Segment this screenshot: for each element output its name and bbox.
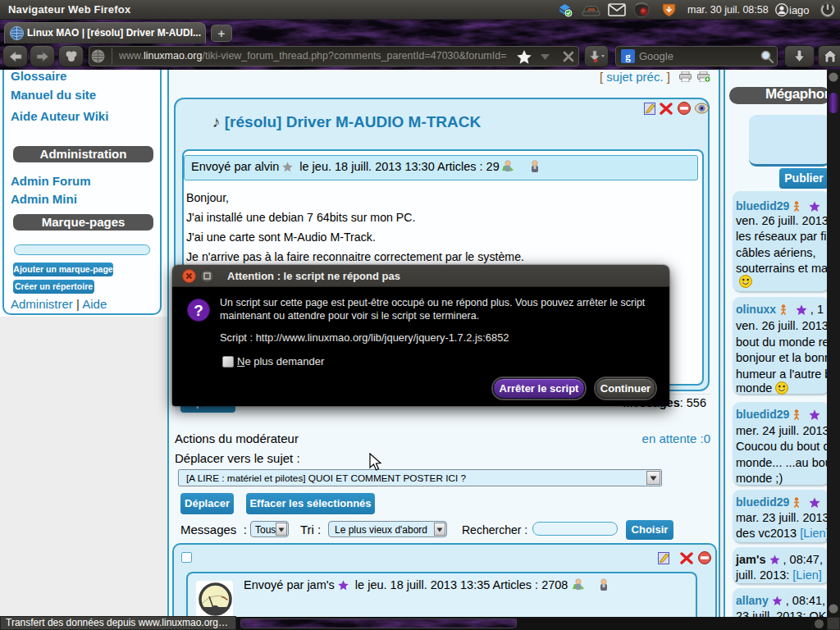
svg-text:?: ?	[194, 302, 203, 319]
svg-text:g: g	[625, 50, 631, 62]
